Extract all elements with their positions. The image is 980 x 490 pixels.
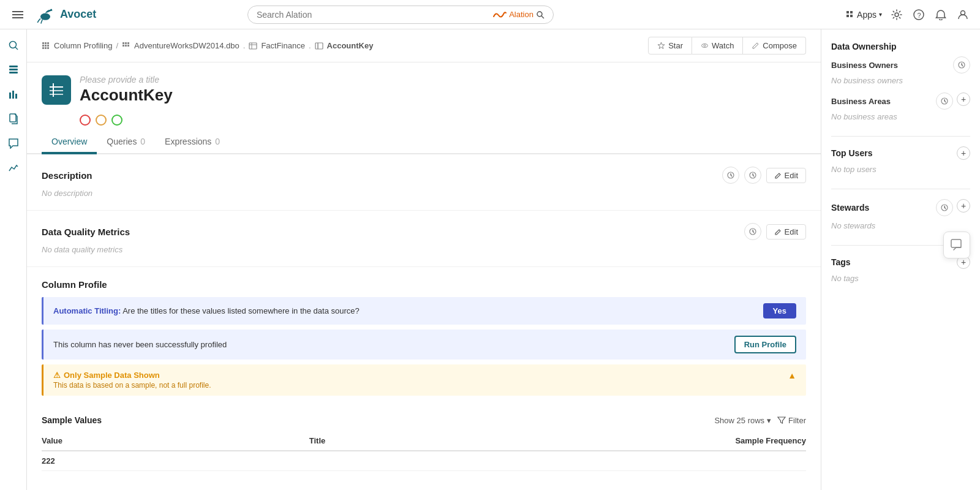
settings-icon[interactable]	[889, 7, 904, 22]
stewards-add-button[interactable]: +	[957, 199, 970, 213]
star-button[interactable]: Star	[648, 37, 692, 55]
data-quality-empty: No data quality metrics	[42, 245, 806, 254]
svg-rect-7	[850, 15, 853, 17]
business-areas-history-btn[interactable]	[936, 92, 953, 110]
clock-icon-3	[749, 228, 756, 235]
svg-point-12	[9, 42, 16, 48]
data-quality-edit-button[interactable]: Edit	[766, 224, 806, 239]
breadcrumb-column-profiling[interactable]: Column Profiling	[54, 41, 112, 50]
eye-icon	[701, 42, 709, 50]
breadcrumb-actions: Star Watch Compose	[648, 37, 806, 55]
svg-rect-22	[45, 42, 47, 44]
description-title: Description	[42, 170, 92, 181]
top-users-add-button[interactable]: +	[957, 146, 970, 160]
data-quality-section: Data Quality Metrics Edit	[27, 211, 821, 267]
search-input[interactable]	[257, 10, 493, 20]
search-bar[interactable]: Alation	[247, 6, 554, 24]
description-history-btn-1[interactable]	[722, 167, 739, 184]
sidebar-conversations-icon	[8, 138, 19, 149]
page-type-icon	[42, 75, 71, 105]
top-users-title: Top Users	[831, 148, 872, 158]
breadcrumb-current: AccountKey	[327, 41, 374, 50]
run-profile-button[interactable]: Run Profile	[734, 336, 796, 353]
help-icon[interactable]: ?	[911, 7, 926, 22]
warning-chevron-icon[interactable]: ▲	[788, 371, 796, 380]
svg-rect-30	[123, 42, 124, 44]
breadcrumb-table[interactable]: FactFinance	[261, 41, 305, 50]
stewards-history-btn[interactable]	[936, 199, 953, 216]
filter-button[interactable]: Filter	[777, 416, 806, 425]
stewards-empty: No stewards	[831, 221, 970, 230]
hamburger-menu[interactable]	[10, 9, 26, 21]
data-quality-title: Data Quality Metrics	[42, 227, 130, 237]
sidebar-search-icon	[8, 40, 19, 51]
automatic-titling-text: Automatic Titling: Are the titles for th…	[53, 306, 360, 315]
tags-section: Tags + No tags	[831, 255, 970, 283]
breadcrumb-schema[interactable]: AdventureWorksDW2014.dbo	[134, 41, 239, 50]
rows-chevron-icon: ▾	[767, 416, 771, 425]
description-history-btn-2[interactable]	[744, 167, 761, 184]
compose-button[interactable]: Compose	[743, 37, 806, 55]
divider-1	[831, 136, 970, 137]
svg-rect-27	[42, 47, 44, 49]
business-areas-subtitle: Business Areas +	[831, 92, 970, 110]
sample-values-header: Sample Values Show 25 rows ▾ Filter	[42, 415, 806, 425]
chat-button[interactable]	[943, 232, 970, 258]
notifications-icon[interactable]	[933, 7, 948, 22]
data-quality-header: Data Quality Metrics Edit	[42, 223, 806, 240]
col-header-title: Title	[309, 436, 577, 445]
svg-point-8	[895, 13, 899, 17]
col-header-value: Value	[42, 436, 309, 445]
svg-rect-32	[127, 42, 129, 44]
sidebar-item-conversations[interactable]	[2, 132, 24, 154]
warning-title: ⚠ Only Sample Data Shown	[53, 371, 211, 380]
sidebar-item-documents[interactable]	[2, 108, 24, 130]
tab-expressions[interactable]: Expressions 0	[155, 130, 230, 154]
breadcrumb-table-icon	[249, 42, 257, 50]
star-icon	[657, 42, 665, 50]
apps-button[interactable]: Apps ▾	[846, 10, 882, 20]
business-owners-subtitle: Business Owners	[831, 56, 970, 74]
description-section: Description	[27, 154, 821, 211]
svg-rect-54	[951, 239, 961, 247]
clock-icon-4	[958, 61, 965, 69]
breadcrumb-grid-icon	[42, 42, 50, 50]
sidebar-item-search[interactable]	[2, 34, 24, 56]
never-profiled-bar: This column has never been successfully …	[42, 330, 806, 360]
page-header: Please provide a title AccountKey	[27, 62, 821, 110]
sidebar-item-analytics[interactable]	[2, 83, 24, 105]
sidebar-item-charts[interactable]	[2, 157, 24, 179]
sidebar-item-catalog[interactable]	[2, 59, 24, 81]
business-owners-history-btn[interactable]	[953, 56, 970, 74]
tab-queries[interactable]: Queries 0	[97, 130, 155, 154]
tabs: Overview Queries 0 Expressions 0	[27, 130, 821, 154]
logo-text: Avocet	[60, 8, 96, 21]
svg-rect-31	[125, 42, 127, 44]
svg-text:?: ?	[917, 11, 921, 18]
description-edit-button[interactable]: Edit	[766, 168, 806, 183]
rows-selector[interactable]: Show 25 rows ▾	[714, 416, 771, 425]
svg-line-13	[15, 47, 18, 50]
tags-empty: No tags	[831, 274, 970, 283]
yes-button[interactable]: Yes	[763, 303, 796, 318]
quality-dot-orange	[96, 115, 107, 126]
business-areas-add-button[interactable]: +	[957, 92, 970, 106]
data-quality-history-btn[interactable]	[744, 223, 761, 240]
data-ownership-section: Data Ownership Business Owners No busine…	[831, 42, 970, 121]
header-actions: Apps ▾ ?	[846, 7, 970, 22]
svg-rect-35	[127, 45, 129, 47]
page-title-block: Please provide a title AccountKey	[80, 75, 173, 105]
warning-subtitle: This data is based on a sample, not a fu…	[53, 381, 211, 390]
svg-point-0	[40, 13, 50, 20]
clock-icon-2	[749, 172, 756, 179]
alation-brand: Alation	[493, 10, 545, 19]
svg-rect-23	[47, 42, 49, 44]
watch-button[interactable]: Watch	[692, 37, 743, 55]
svg-rect-19	[15, 94, 17, 99]
clock-icon-6	[941, 204, 948, 211]
svg-rect-17	[9, 92, 11, 99]
user-icon[interactable]	[956, 7, 970, 22]
tab-overview[interactable]: Overview	[42, 130, 97, 154]
cell-value: 222	[42, 456, 309, 466]
data-quality-actions: Edit	[744, 223, 806, 240]
